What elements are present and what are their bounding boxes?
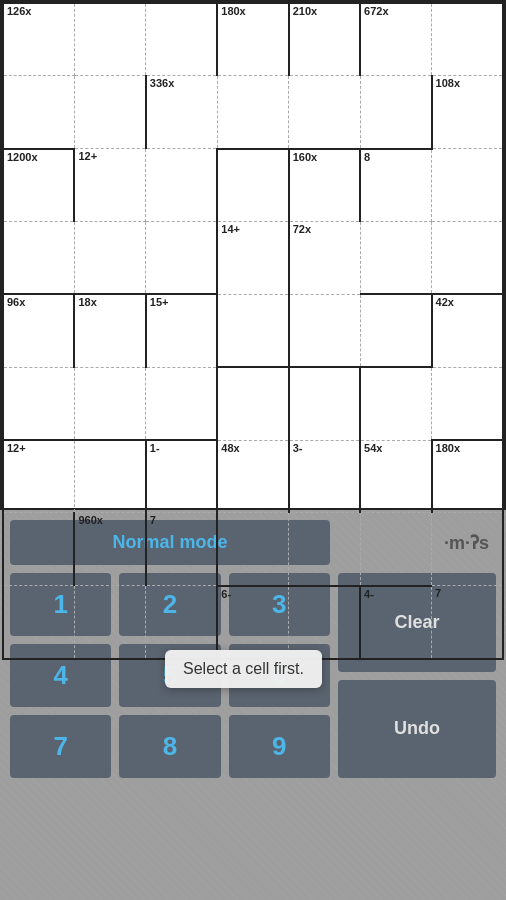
cell-2-4[interactable]: 160x — [289, 149, 360, 222]
cell-1-5[interactable] — [360, 76, 431, 149]
grid-table: 126x 180x 210x 672x 336x 108x 1200x — [2, 2, 504, 660]
cell-4-6[interactable]: 42x — [432, 294, 503, 367]
cell-6-3[interactable]: 48x — [217, 440, 288, 513]
cell-2-6[interactable] — [432, 149, 503, 222]
cell-8-1[interactable] — [74, 586, 145, 659]
cell-3-5[interactable] — [360, 222, 431, 295]
cell-4-0[interactable]: 96x — [3, 294, 74, 367]
cell-4-2[interactable]: 15+ — [146, 294, 217, 367]
cell-8-4[interactable] — [289, 586, 360, 659]
cell-3-1[interactable] — [74, 222, 145, 295]
cell-3-4[interactable]: 72x — [289, 222, 360, 295]
cell-8-2[interactable] — [146, 586, 217, 659]
cell-5-4[interactable] — [289, 367, 360, 440]
cell-6-5[interactable]: 54x — [360, 440, 431, 513]
cell-0-0[interactable]: 126x — [3, 3, 74, 76]
cell-4-3[interactable] — [217, 294, 288, 367]
cell-7-3[interactable] — [217, 513, 288, 586]
cell-0-5[interactable]: 672x — [360, 3, 431, 76]
undo-button[interactable]: Undo — [338, 680, 496, 779]
cell-7-2[interactable]: 7 — [146, 513, 217, 586]
cell-8-6[interactable]: 7 — [432, 586, 503, 659]
cell-5-6[interactable] — [432, 367, 503, 440]
cell-7-0[interactable] — [3, 513, 74, 586]
cell-7-6[interactable] — [432, 513, 503, 586]
cell-5-5[interactable] — [360, 367, 431, 440]
cell-3-6[interactable] — [432, 222, 503, 295]
cell-7-1[interactable]: 960x — [74, 513, 145, 586]
cell-8-3[interactable]: 6- — [217, 586, 288, 659]
cell-1-1[interactable] — [74, 76, 145, 149]
cell-8-5[interactable]: 4- — [360, 586, 431, 659]
cell-2-0[interactable]: 1200x — [3, 149, 74, 222]
cell-6-4[interactable]: 3- — [289, 440, 360, 513]
cell-5-2[interactable] — [146, 367, 217, 440]
cell-0-3[interactable]: 180x — [217, 3, 288, 76]
cell-1-2[interactable]: 336x — [146, 76, 217, 149]
cell-1-6[interactable]: 108x — [432, 76, 503, 149]
cell-2-5[interactable]: 8 — [360, 149, 431, 222]
cell-3-2[interactable] — [146, 222, 217, 295]
cell-4-4[interactable] — [289, 294, 360, 367]
cell-5-3[interactable] — [217, 367, 288, 440]
cell-6-1[interactable] — [74, 440, 145, 513]
cell-3-0[interactable] — [3, 222, 74, 295]
cell-6-6[interactable]: 180x — [432, 440, 503, 513]
cell-1-4[interactable] — [289, 76, 360, 149]
cell-2-1[interactable]: 12+ — [74, 149, 145, 222]
cell-6-2[interactable]: 1- — [146, 440, 217, 513]
cell-8-0[interactable] — [3, 586, 74, 659]
num-9-button[interactable]: 9 — [229, 715, 330, 778]
cell-5-1[interactable] — [74, 367, 145, 440]
cell-1-0[interactable] — [3, 76, 74, 149]
cell-7-5[interactable] — [360, 513, 431, 586]
cell-3-3[interactable]: 14+ — [217, 222, 288, 295]
kenken-grid[interactable]: 126x 180x 210x 672x 336x 108x 1200x — [0, 0, 506, 510]
cell-6-0[interactable]: 12+ — [3, 440, 74, 513]
cell-0-4[interactable]: 210x — [289, 3, 360, 76]
cell-5-0[interactable] — [3, 367, 74, 440]
cell-1-3[interactable] — [217, 76, 288, 149]
num-7-button[interactable]: 7 — [10, 715, 111, 778]
cell-0-6[interactable] — [432, 3, 503, 76]
cell-0-2[interactable] — [146, 3, 217, 76]
cell-0-1[interactable] — [74, 3, 145, 76]
num-8-button[interactable]: 8 — [119, 715, 220, 778]
cell-4-1[interactable]: 18x — [74, 294, 145, 367]
cell-4-5[interactable] — [360, 294, 431, 367]
cell-7-4[interactable] — [289, 513, 360, 586]
cell-2-2[interactable] — [146, 149, 217, 222]
cell-2-3[interactable] — [217, 149, 288, 222]
